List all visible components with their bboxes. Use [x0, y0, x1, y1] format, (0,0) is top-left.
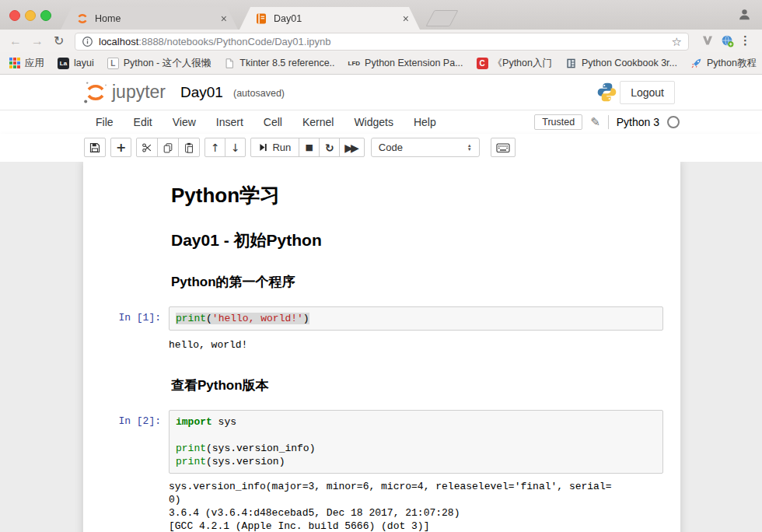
kernel-status-icon: [667, 116, 680, 128]
markdown-h3-python-version[interactable]: 查看Python版本: [171, 376, 663, 394]
notebook-site: Python学习 Day01 - 初始Python Python的第一个程序 I…: [0, 162, 762, 532]
url-omnibox[interactable]: localhost:8888/notebooks/PythonCode/Day0…: [75, 33, 689, 51]
select-arrows-icon: ▲▼: [467, 144, 472, 152]
markdown-h3-first-program[interactable]: Python的第一个程序: [171, 273, 663, 291]
code-cell-1: In [1]: print('hello, world!'): [83, 306, 680, 331]
output-prompt: [83, 338, 169, 352]
close-tab-icon[interactable]: ×: [218, 13, 230, 24]
insert-cell-button[interactable]: +: [110, 138, 131, 157]
close-tab-icon[interactable]: ×: [400, 13, 412, 24]
floppy-icon: [89, 142, 100, 153]
edit-mode-pencil-icon: ✎: [590, 115, 600, 129]
paste-icon: [184, 142, 194, 153]
notebook-title[interactable]: Day01: [180, 84, 223, 101]
move-cell-up-button[interactable]: ↑: [204, 138, 225, 157]
bookmark-python-intro[interactable]: C 《Python入门: [477, 57, 552, 70]
tab-home[interactable]: Home ×: [61, 7, 238, 30]
cell-type-select[interactable]: Code ▲▼: [371, 138, 480, 157]
bookmark-python-tutorial[interactable]: Python教程: [690, 57, 757, 70]
bookmark-tkinter-reference[interactable]: Tkinter 8.5 reference..: [224, 58, 334, 69]
letter-l-icon: L: [107, 58, 119, 69]
menu-insert[interactable]: Insert: [206, 116, 253, 128]
translate-extension-icon[interactable]: [721, 34, 734, 47]
step-forward-icon: [259, 143, 267, 152]
download-extension-icon[interactable]: [701, 34, 714, 47]
bookmark-label: Python教程: [707, 57, 757, 70]
document-icon: [224, 58, 235, 69]
menu-edit[interactable]: Edit: [124, 116, 163, 128]
cut-cell-button[interactable]: [136, 138, 158, 157]
bookmark-apps[interactable]: 应用: [9, 57, 44, 70]
menu-kernel[interactable]: Kernel: [292, 116, 344, 128]
restart-kernel-button[interactable]: ↻: [319, 138, 340, 157]
layui-icon: La: [58, 58, 69, 69]
interrupt-kernel-button[interactable]: ■: [299, 138, 320, 157]
markdown-h2[interactable]: Day01 - 初始Python: [171, 229, 663, 251]
tab-day01[interactable]: Day01 ×: [239, 7, 420, 30]
scissors-icon: [142, 142, 152, 153]
page-info-icon[interactable]: [82, 36, 93, 47]
bookmark-star-icon[interactable]: ☆: [672, 35, 682, 49]
back-icon[interactable]: ←: [9, 33, 22, 49]
jupyter-logo-icon[interactable]: [82, 79, 109, 106]
code-editor[interactable]: import sys print(sys.version_info) print…: [169, 410, 663, 474]
cell-1-output: hello, world!: [83, 338, 680, 352]
code-cell-2: In [2]: import sys print(sys.version_inf…: [83, 410, 680, 474]
tab-label: Home: [95, 13, 213, 24]
notebook-container: Python学习 Day01 - 初始Python Python的第一个程序 I…: [83, 162, 680, 532]
move-cell-down-button[interactable]: ↓: [225, 138, 246, 157]
reload-icon[interactable]: ↻: [54, 33, 64, 49]
output-text: sys.version_info(major=3, minor=6, micro…: [169, 480, 663, 532]
bookmark-python-cookbook[interactable]: Python Cookbook 3r...: [565, 58, 677, 69]
bookmark-python-blog[interactable]: L Python - 这个人很懒: [107, 57, 211, 70]
bookmark-python-extension[interactable]: LFD Python Extension Pa...: [348, 58, 463, 68]
bookmark-label: 《Python入门: [493, 57, 552, 70]
book-grid-icon: [565, 58, 577, 69]
tab-strip: Home × Day01 ×: [0, 0, 762, 30]
new-tab-button[interactable]: [425, 10, 458, 26]
browser-menu-icon[interactable]: ⋮: [739, 33, 751, 47]
zoom-window-button[interactable]: [40, 10, 51, 21]
bookmark-layui[interactable]: La layui: [58, 58, 94, 69]
bookmark-label: Tkinter 8.5 reference..: [239, 58, 334, 68]
output-prompt: [83, 480, 169, 532]
logout-button[interactable]: Logout: [620, 81, 675, 104]
arrow-down-icon: ↓: [231, 142, 240, 153]
jupyter-wordmark[interactable]: jupyter: [112, 82, 166, 103]
url-host: localhost: [99, 36, 138, 47]
menu-cell[interactable]: Cell: [253, 116, 292, 128]
paste-cell-button[interactable]: [178, 138, 200, 157]
plus-icon: +: [116, 142, 126, 153]
run-cell-button[interactable]: Run: [250, 138, 299, 157]
bookmark-label: layui: [74, 58, 94, 68]
menu-file[interactable]: File: [86, 116, 124, 128]
menu-widgets[interactable]: Widgets: [344, 116, 404, 128]
lfd-icon: LFD: [348, 60, 361, 67]
cell-type-value: Code: [379, 142, 403, 153]
close-window-button[interactable]: [9, 10, 20, 21]
input-prompt: In [1]:: [83, 306, 169, 331]
fast-forward-icon: ▶▶: [344, 142, 359, 153]
python-logo-icon: [596, 82, 617, 103]
checkpoint-status: (autosaved): [233, 88, 285, 99]
command-palette-button[interactable]: [491, 138, 516, 157]
restart-run-all-button[interactable]: ▶▶: [339, 138, 365, 157]
run-label: Run: [272, 142, 291, 153]
menu-help[interactable]: Help: [404, 116, 446, 128]
code-editor[interactable]: print('hello, world!'): [169, 306, 663, 331]
trusted-button[interactable]: Trusted: [534, 114, 582, 130]
bookmarks-bar: 应用 La layui L Python - 这个人很懒 Tkinter 8.5…: [0, 52, 762, 75]
apps-grid-icon: [9, 58, 20, 68]
arrow-up-icon: ↑: [211, 142, 220, 153]
bookmark-label: 应用: [25, 57, 44, 70]
profile-avatar-icon[interactable]: [737, 7, 752, 22]
forward-icon[interactable]: →: [31, 33, 44, 49]
jupyter-favicon-icon: [76, 12, 89, 25]
markdown-h1[interactable]: Python学习: [171, 182, 663, 209]
copy-icon: [163, 142, 173, 153]
bookmark-label: Python Extension Pa...: [365, 58, 463, 68]
minimize-window-button[interactable]: [25, 10, 36, 21]
save-button[interactable]: [84, 138, 106, 157]
menu-view[interactable]: View: [163, 116, 206, 128]
copy-cell-button[interactable]: [157, 138, 179, 157]
